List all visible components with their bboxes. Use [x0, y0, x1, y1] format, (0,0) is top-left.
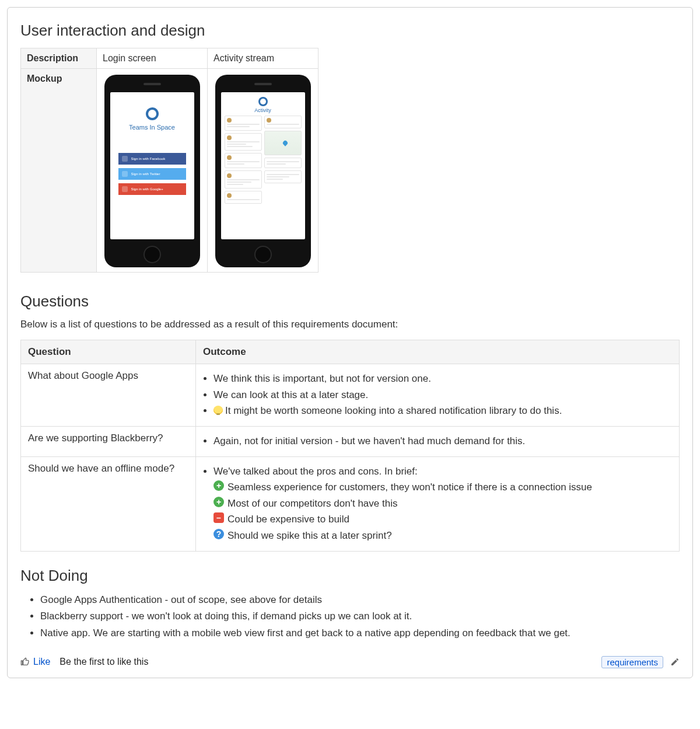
questions-table: Question Outcome What about Google AppsW… — [20, 340, 680, 552]
heading-notdoing: Not Doing — [20, 567, 680, 585]
outcome-item: It might be worth someone looking into a… — [214, 404, 672, 418]
notdoing-item: Blackberry support - we won't look at do… — [40, 609, 680, 624]
login-facebook-button: Sign in with Facebook — [118, 153, 186, 165]
question-cell: What about Google Apps — [21, 364, 196, 427]
heading-ui: User interaction and design — [20, 22, 680, 40]
app-logo-icon — [146, 107, 159, 120]
app-brand: Teams In Space — [129, 124, 175, 131]
phone-mock-activity: Activity — [215, 75, 311, 267]
outcome-subitem: –Could be expensive to build — [214, 512, 672, 527]
page-footer: Like Be the first to like this requireme… — [20, 656, 680, 668]
mockup-activity: Activity — [208, 69, 318, 273]
outcome-item: We can look at this at a later stage. — [214, 388, 672, 403]
login-google-button: Sign in with Google+ — [118, 183, 186, 195]
app-logo-icon — [258, 97, 268, 106]
question-icon: ? — [214, 529, 224, 539]
outcome-item: We think this is important, but not for … — [214, 372, 672, 386]
col-title-1: Activity stream — [208, 48, 318, 69]
notdoing-list: Google Apps Authentication - out of scop… — [40, 593, 680, 641]
lightbulb-icon — [214, 406, 223, 415]
phone-mock-login: Teams In Space Sign in with Facebook Sig… — [104, 75, 200, 267]
like-hint: Be the first to like this — [60, 657, 148, 667]
q-header-question: Question — [21, 340, 196, 364]
outcome-subitem: +Most of our competitors don't have this — [214, 497, 672, 511]
row-label-mockup: Mockup — [21, 69, 97, 273]
outcome-subitem: ?Should we spike this at a later sprint? — [214, 529, 672, 543]
plus-icon: + — [214, 480, 224, 491]
edit-labels-icon[interactable] — [670, 657, 680, 667]
tag-requirements[interactable]: requirements — [601, 656, 663, 668]
notdoing-item: Native app. We are starting with a mobil… — [40, 626, 680, 641]
outcome-item: We've talked about the pros and cons. In… — [214, 465, 672, 543]
table-row: Should we have an offline mode?We've tal… — [21, 456, 680, 551]
col-title-0: Login screen — [97, 48, 208, 69]
outcome-subitem: +Seamless experience for customers, they… — [214, 480, 672, 495]
thumbs-up-icon — [20, 657, 30, 667]
outcome-cell: We think this is important, but not for … — [196, 364, 680, 427]
activity-title: Activity — [225, 107, 302, 113]
question-cell: Should we have an offline mode? — [21, 456, 196, 551]
outcome-cell: We've talked about the pros and cons. In… — [196, 456, 680, 551]
q-header-outcome: Outcome — [196, 340, 680, 364]
mockup-login: Teams In Space Sign in with Facebook Sig… — [97, 69, 208, 273]
question-cell: Are we supporting Blackberry? — [21, 426, 196, 456]
questions-lead: Below is a list of questions to be addre… — [20, 319, 680, 330]
like-link[interactable]: Like — [33, 657, 50, 667]
heading-questions: Questions — [20, 292, 680, 311]
page-panel: User interaction and design Description … — [7, 7, 693, 678]
plus-icon: + — [214, 497, 224, 507]
outcome-cell: Again, not for initial version - but we … — [196, 426, 680, 456]
table-row: Are we supporting Blackberry?Again, not … — [21, 426, 680, 456]
login-twitter-button: Sign in with Twitter — [118, 168, 186, 180]
table-row: What about Google AppsWe think this is i… — [21, 364, 680, 427]
map-thumbnail — [264, 131, 302, 155]
mockup-table: Description Login screen Activity stream… — [20, 48, 318, 273]
minus-icon: – — [214, 512, 224, 523]
row-label-description: Description — [21, 48, 97, 69]
outcome-item: Again, not for initial version - but we … — [214, 434, 672, 449]
notdoing-item: Google Apps Authentication - out of scop… — [40, 593, 680, 608]
